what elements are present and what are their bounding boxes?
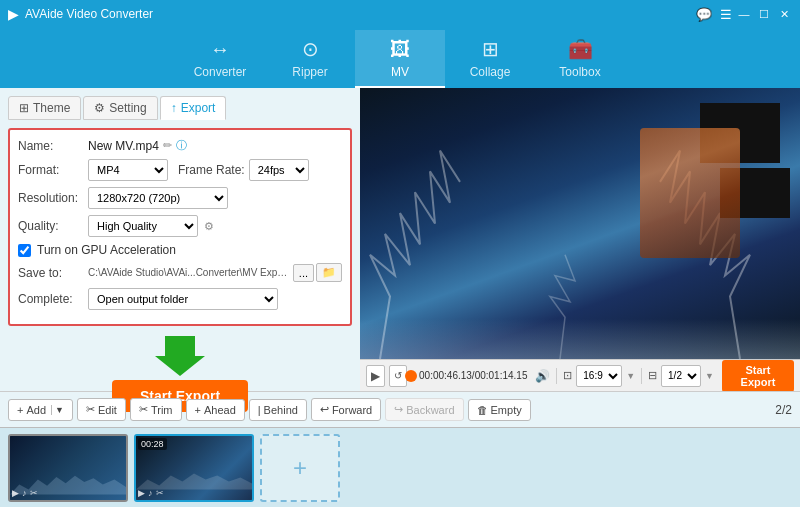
left-panel: ⊞ Theme ⚙ Setting ↑ Export Name: New MV.… xyxy=(0,88,360,391)
menu-icon[interactable]: ☰ xyxy=(720,7,732,22)
thumb2-icons: ▶ ♪ ✂ xyxy=(138,488,164,498)
edit-label: Edit xyxy=(98,404,117,416)
framerate-select[interactable]: 24fps xyxy=(249,159,309,181)
minimize-button[interactable]: — xyxy=(736,6,752,22)
nav-converter[interactable]: ↔ Converter xyxy=(175,30,265,88)
add-media-button[interactable]: + xyxy=(260,434,340,502)
add-dropdown-arrow[interactable]: ▼ xyxy=(51,405,64,415)
forward-icon: ↩ xyxy=(320,403,329,416)
split-icon: ⊟ xyxy=(648,369,657,382)
edit-icon[interactable]: ✏ xyxy=(163,139,172,152)
app-logo-icon: ▶ xyxy=(8,6,19,22)
volume-icon[interactable]: 🔊 xyxy=(535,369,550,383)
behind-label: Behind xyxy=(264,404,298,416)
ahead-label: Ahead xyxy=(204,404,236,416)
tab-theme[interactable]: ⊞ Theme xyxy=(8,96,81,120)
maximize-button[interactable]: ☐ xyxy=(756,6,772,22)
quality-row: Quality: High Quality ⚙ xyxy=(18,215,342,237)
page-count: 2/2 xyxy=(775,403,792,417)
collage-icon: ⊞ xyxy=(482,37,499,61)
settings-form: Name: New MV.mp4 ✏ ⓘ Format: MP4 Frame R… xyxy=(8,128,352,326)
saveto-label: Save to: xyxy=(18,266,88,280)
filmstrip-thumb-1[interactable]: ▶ ♪ ✂ xyxy=(8,434,128,502)
theme-tab-icon: ⊞ xyxy=(19,101,29,115)
gpu-label: Turn on GPU Acceleration xyxy=(37,243,176,257)
title-bar-controls: 💬 ☰ — ☐ ✕ xyxy=(696,6,792,22)
add-media-icon: + xyxy=(293,454,307,482)
add-icon: + xyxy=(17,404,23,416)
add-label: Add xyxy=(26,404,46,416)
gpu-row: Turn on GPU Acceleration xyxy=(18,243,342,257)
video-content xyxy=(360,88,800,359)
nav-mv-label: MV xyxy=(391,65,409,79)
empty-label: Empty xyxy=(491,404,522,416)
nav-collage[interactable]: ⊞ Collage xyxy=(445,30,535,88)
chatbubble-icon[interactable]: 💬 xyxy=(696,7,712,22)
edit-button[interactable]: ✂ Edit xyxy=(77,398,126,421)
separator-1 xyxy=(556,368,557,384)
trim-label: Trim xyxy=(151,404,173,416)
backward-button[interactable]: ↪ Backward xyxy=(385,398,463,421)
format-label: Format: xyxy=(18,163,88,177)
quality-settings-icon[interactable]: ⚙ xyxy=(204,220,214,233)
main-content: ⊞ Theme ⚙ Setting ↑ Export Name: New MV.… xyxy=(0,88,800,391)
tab-setting[interactable]: ⚙ Setting xyxy=(83,96,157,120)
format-select[interactable]: MP4 xyxy=(88,159,168,181)
time-display: 00:00:46.13/00:01:14.15 xyxy=(419,370,527,381)
save-path: C:\AVAide Studio\AVAi...Converter\MV Exp… xyxy=(88,267,289,278)
filmstrip-thumb-2[interactable]: 00:28 ▶ ♪ ✂ xyxy=(134,434,254,502)
gpu-checkbox[interactable] xyxy=(18,244,31,257)
complete-row: Complete: Open output folder xyxy=(18,288,342,310)
split-select[interactable]: 1/21/31/4 xyxy=(661,365,701,387)
time-current: 00:00:46.13 xyxy=(419,370,472,381)
converter-icon: ↔ xyxy=(210,38,230,61)
thumb1-play-icon: ▶ xyxy=(12,488,19,498)
quality-select[interactable]: High Quality xyxy=(88,215,198,237)
trash-icon: 🗑 xyxy=(477,404,488,416)
add-button[interactable]: + Add ▼ xyxy=(8,399,73,421)
thumb1-icons: ▶ ♪ ✂ xyxy=(12,488,38,498)
nav-toolbox[interactable]: 🧰 Toolbox xyxy=(535,30,625,88)
quality-label: Quality: xyxy=(18,219,88,233)
info-icon[interactable]: ⓘ xyxy=(176,138,187,153)
empty-button[interactable]: 🗑 Empty xyxy=(468,399,531,421)
nav-mv[interactable]: 🖼 MV xyxy=(355,30,445,88)
name-value: New MV.mp4 xyxy=(88,139,159,153)
aspect-ratio-select[interactable]: 16:94:31:1 xyxy=(576,365,622,387)
backward-label: Backward xyxy=(406,404,454,416)
title-bar: ▶ AVAide Video Converter 💬 ☰ — ☐ ✕ xyxy=(0,0,800,28)
tab-export[interactable]: ↑ Export xyxy=(160,96,227,120)
complete-select[interactable]: Open output folder xyxy=(88,288,278,310)
format-row: Format: MP4 Frame Rate: 24fps xyxy=(18,159,342,181)
close-button[interactable]: ✕ xyxy=(776,6,792,22)
progress-dot xyxy=(405,370,417,382)
behind-icon: | xyxy=(258,404,261,416)
play-button[interactable]: ▶ xyxy=(366,365,385,387)
setting-tab-icon: ⚙ xyxy=(94,101,105,115)
forward-label: Forward xyxy=(332,404,372,416)
trim-button[interactable]: ✂ Trim xyxy=(130,398,182,421)
ahead-button[interactable]: + Ahead xyxy=(186,399,245,421)
svg-marker-0 xyxy=(155,336,205,376)
separator-2 xyxy=(641,368,642,384)
mv-icon: 🖼 xyxy=(390,38,410,61)
behind-button[interactable]: | Behind xyxy=(249,399,307,421)
tab-bar: ⊞ Theme ⚙ Setting ↑ Export xyxy=(8,96,352,120)
trim-icon: ✂ xyxy=(139,403,148,416)
browse-button[interactable]: ... xyxy=(293,264,314,282)
nav-ripper[interactable]: ⊙ Ripper xyxy=(265,30,355,88)
toolbox-icon: 🧰 xyxy=(568,37,593,61)
edit-icon: ✂ xyxy=(86,403,95,416)
start-export-small-button[interactable]: Start Export xyxy=(722,360,794,392)
thumb1-scissors-icon: ✂ xyxy=(30,488,38,498)
forward-button[interactable]: ↩ Forward xyxy=(311,398,381,421)
tab-theme-label: Theme xyxy=(33,101,70,115)
thumb2-play-icon: ▶ xyxy=(138,488,145,498)
aspect-ratio-icon: ⊡ xyxy=(563,369,572,382)
backward-icon: ↪ xyxy=(394,403,403,416)
video-controls: ▶ ↺ 00:00:46.13/00:01:14.15 🔊 ⊡ 16:94:31… xyxy=(360,359,800,391)
open-folder-button[interactable]: 📁 xyxy=(316,263,342,282)
thumb2-music-icon: ♪ xyxy=(148,488,153,498)
saveto-row: Save to: C:\AVAide Studio\AVAi...Convert… xyxy=(18,263,342,282)
resolution-select[interactable]: 1280x720 (720p) xyxy=(88,187,228,209)
